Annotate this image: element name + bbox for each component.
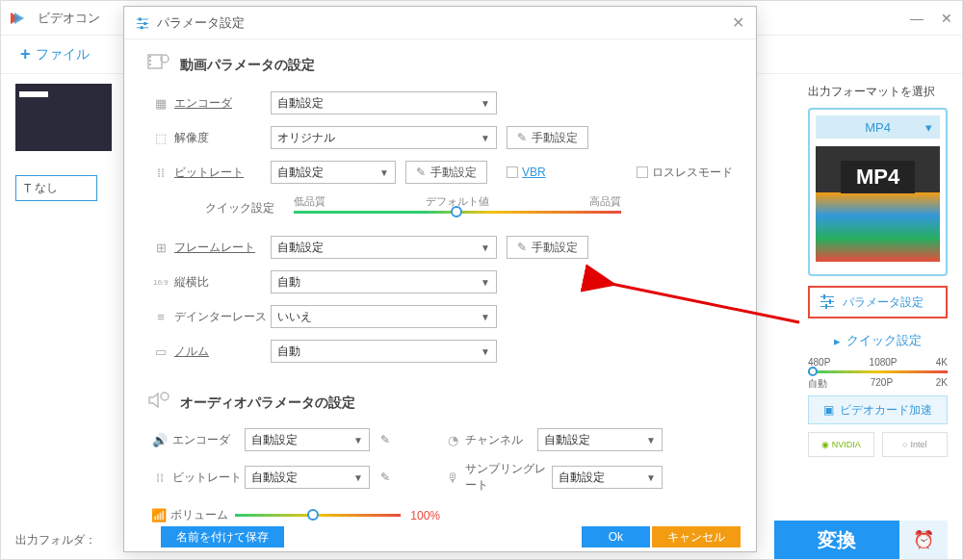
chevron-down-icon: ▼	[353, 472, 363, 483]
quick-setting-section: ▸ クイック設定 480P 1080P 4K 自動 720P 2K	[808, 332, 948, 386]
a-volume-label: ボリューム	[170, 507, 236, 522]
edit-icon[interactable]: ✎	[376, 468, 395, 487]
parameter-settings-button[interactable]: パラメータ設定	[808, 286, 948, 318]
bitrate-icon: ⁞⁞	[147, 165, 174, 180]
close-icon[interactable]: ✕	[941, 11, 952, 26]
minimize-icon[interactable]: —	[910, 11, 924, 26]
framerate-manual-button[interactable]: ✎手動設定	[507, 236, 588, 259]
aspect-select[interactable]: 自動▼	[271, 270, 497, 293]
quality-slider[interactable]: 低品質 デフォルト値 高品質	[294, 194, 621, 221]
save-as-button[interactable]: 名前を付けて保存	[161, 526, 284, 547]
svg-rect-14	[149, 56, 151, 58]
chevron-down-icon: ▼	[481, 346, 490, 357]
chevron-down-icon: ▼	[379, 167, 389, 178]
a-sample-select[interactable]: 自動設定▼	[552, 466, 663, 489]
svg-point-10	[143, 21, 147, 25]
sliders-icon	[136, 16, 149, 30]
a-bitrate-select[interactable]: 自動設定▼	[245, 466, 370, 489]
output-format-pane: 出力フォーマットを選択 MP4 ▾ MP4 パラメータ設定 ▸ ク	[794, 74, 962, 522]
deinterlace-label: デインターレース	[174, 309, 271, 325]
nvidia-logo: ◉ NVIDIA	[808, 432, 874, 457]
app-title: ビデオコン	[38, 10, 100, 27]
vbr-checkbox[interactable]: VBR	[507, 165, 546, 179]
a-channel-select[interactable]: 自動設定▼	[537, 428, 663, 451]
chevron-down-icon: ▼	[646, 435, 656, 445]
resolution-icon: ⬚	[147, 131, 174, 145]
encoder-select[interactable]: 自動設定▼	[271, 91, 497, 115]
resolution-select[interactable]: オリジナル▼	[271, 126, 497, 149]
high-quality-label: 高品質	[589, 194, 621, 209]
label-auto: 自動	[808, 377, 827, 391]
format-box[interactable]: MP4 ▾ MP4	[808, 108, 948, 276]
label-4k: 4K	[936, 357, 948, 368]
film-icon: ▦	[147, 96, 174, 111]
framerate-select[interactable]: 自動設定▼	[271, 236, 497, 259]
chevron-down-icon: ▼	[353, 435, 363, 445]
slider-handle[interactable]	[307, 509, 319, 521]
svg-rect-3	[823, 294, 825, 299]
audio-section-title: オーディオパラメータの設定	[180, 395, 355, 412]
add-file-button[interactable]: + ファイル	[20, 44, 90, 64]
parameter-dialog: パラメータ設定 ✕ 動画パラメータの設定 ▦ エンコーダ 自動設定▼ ⬚ 解像度…	[123, 6, 757, 552]
chevron-down-icon: ▼	[481, 242, 490, 253]
format-icon-label: MP4	[841, 161, 915, 193]
volume-slider[interactable]	[235, 514, 401, 517]
chevron-down-icon: ▼	[646, 472, 656, 483]
video-thumbnail[interactable]	[15, 84, 112, 151]
file-list-pane: T なし	[1, 74, 97, 522]
encoder-label: エンコーダ	[174, 95, 271, 112]
audio-section-header: オーディオパラメータの設定	[147, 391, 733, 415]
volume-value: 100%	[410, 509, 440, 522]
format-dropdown[interactable]: MP4 ▾	[816, 115, 940, 139]
svg-point-11	[140, 26, 143, 30]
subtitle-label: なし	[35, 180, 58, 196]
checkbox-icon	[637, 166, 648, 178]
text-icon: T	[24, 182, 31, 195]
edit-icon[interactable]: ✎	[376, 430, 395, 449]
speaker-icon: 🔊	[147, 433, 172, 447]
dialog-close-button[interactable]: ✕	[732, 13, 744, 32]
nvidia-eye-icon: ◉	[821, 440, 829, 449]
schedule-button[interactable]: ⏰	[899, 521, 948, 559]
svg-point-9	[139, 17, 143, 21]
mic-icon: 🎙	[440, 471, 465, 485]
gpu-accel-button[interactable]: ▣ ビデオカード加速	[808, 395, 948, 424]
chevron-down-icon: ▼	[481, 98, 490, 109]
resolution-manual-button[interactable]: ✎手動設定	[507, 126, 588, 149]
norm-select[interactable]: 自動▼	[271, 340, 497, 363]
label-1080p: 1080P	[870, 357, 898, 368]
ok-button[interactable]: Ok	[582, 526, 650, 547]
volume-icon: 📶	[147, 508, 170, 522]
slider-handle[interactable]	[808, 367, 818, 376]
video-section-header: 動画パラメータの設定	[147, 53, 733, 77]
bitrate-label: ビットレート	[174, 165, 271, 181]
intel-circle-icon: ○	[902, 440, 907, 449]
intel-logo: ○ Intel	[882, 432, 949, 457]
chip-icon: ▣	[823, 403, 834, 417]
format-label: MP4	[865, 120, 891, 135]
quick-setting-label: クイック設定	[205, 200, 274, 216]
channel-icon: ◔	[440, 433, 465, 447]
deinterlace-select[interactable]: いいえ▼	[271, 305, 497, 328]
framerate-label: フレームレート	[174, 240, 271, 256]
chevron-down-icon: ▼	[481, 277, 490, 288]
convert-button[interactable]: 変換	[774, 521, 899, 559]
output-folder-label: 出力フォルダ：	[15, 532, 96, 548]
subtitle-dropdown[interactable]: T なし	[15, 175, 97, 201]
a-encoder-label: エンコーダ	[172, 432, 245, 448]
lossless-checkbox[interactable]: ロスレスモード	[637, 165, 733, 181]
cancel-button[interactable]: キャンセル	[652, 526, 741, 547]
format-select-title: 出力フォーマットを選択	[808, 84, 948, 100]
bitrate-manual-button[interactable]: ✎手動設定	[405, 161, 487, 184]
dialog-titlebar: パラメータ設定 ✕	[124, 7, 756, 39]
aspect-icon: 16:9	[147, 278, 174, 287]
quick-quality-slider[interactable]: 480P 1080P 4K 自動 720P 2K	[808, 357, 948, 386]
a-encoder-select[interactable]: 自動設定▼	[245, 428, 370, 451]
chevron-down-icon: ▼	[481, 133, 490, 143]
pencil-icon: ✎	[517, 241, 527, 254]
bitrate-select[interactable]: 自動設定▼	[271, 161, 396, 184]
label-720p: 720P	[871, 377, 893, 391]
svg-point-17	[161, 393, 169, 400]
gpu-label: ビデオカード加速	[840, 402, 932, 419]
slider-handle[interactable]	[451, 206, 462, 217]
